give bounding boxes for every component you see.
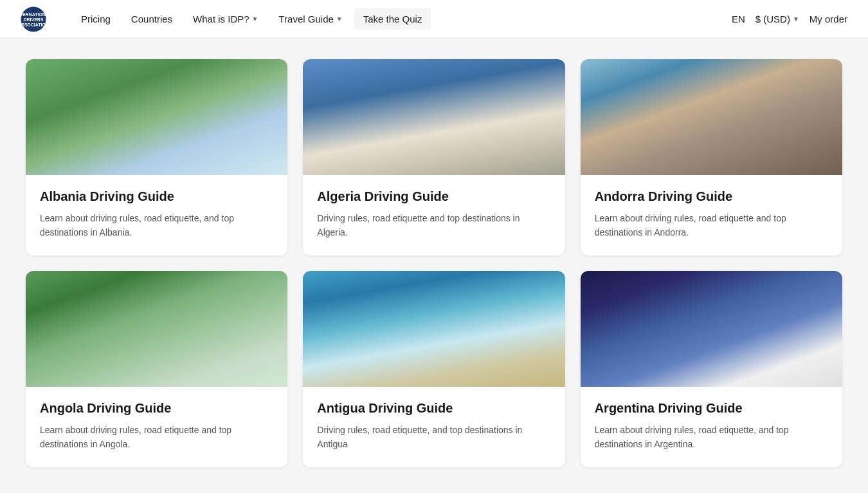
nav-pricing[interactable]: Pricing — [72, 8, 120, 30]
currency-selector[interactable]: $ (USD) ▼ — [755, 14, 799, 24]
card-body-antigua: Antigua Driving Guide Driving rules, roa… — [303, 387, 565, 467]
language-selector[interactable]: EN — [732, 14, 745, 24]
card-image-albania — [26, 59, 287, 175]
card-title-albania: Albania Driving Guide — [40, 188, 273, 205]
logo[interactable]: INTERNATIONAL DRIVERS ASSOCIATION — [21, 6, 46, 32]
card-image-andorra — [581, 59, 842, 175]
nav-right: EN $ (USD) ▼ My order — [732, 14, 847, 24]
svg-text:INTERNATIONAL: INTERNATIONAL — [21, 12, 46, 17]
card-image-antigua — [303, 271, 565, 387]
card-title-argentina: Argentina Driving Guide — [595, 400, 828, 416]
card-title-angola: Angola Driving Guide — [40, 400, 273, 416]
card-body-algeria: Algeria Driving Guide Driving rules, roa… — [303, 175, 565, 256]
nav-travel-guide[interactable]: Travel Guide ▼ — [270, 8, 352, 30]
card-albania[interactable]: Albania Driving Guide Learn about drivin… — [26, 59, 287, 256]
nav-countries[interactable]: Countries — [122, 8, 181, 30]
svg-text:DRIVERS: DRIVERS — [23, 17, 43, 22]
card-image-argentina — [581, 271, 842, 387]
card-antigua[interactable]: Antigua Driving Guide Driving rules, roa… — [303, 271, 565, 467]
card-title-algeria: Algeria Driving Guide — [317, 188, 550, 205]
what-is-idp-chevron-icon: ▼ — [252, 15, 258, 23]
my-order-link[interactable]: My order — [809, 14, 847, 24]
currency-chevron-icon: ▼ — [793, 15, 799, 23]
card-desc-andorra: Learn about driving rules, road etiquett… — [595, 211, 828, 240]
card-algeria[interactable]: Algeria Driving Guide Driving rules, roa… — [303, 59, 565, 256]
card-body-argentina: Argentina Driving Guide Learn about driv… — [581, 387, 842, 467]
card-desc-albania: Learn about driving rules, road etiquett… — [40, 211, 273, 240]
cards-grid: Albania Driving Guide Learn about drivin… — [26, 59, 842, 467]
nav-take-quiz[interactable]: Take the Quiz — [354, 8, 431, 30]
card-body-andorra: Andorra Driving Guide Learn about drivin… — [581, 175, 842, 256]
main-nav: INTERNATIONAL DRIVERS ASSOCIATION Pricin… — [0, 0, 868, 39]
card-body-albania: Albania Driving Guide Learn about drivin… — [26, 175, 287, 256]
card-argentina[interactable]: Argentina Driving Guide Learn about driv… — [581, 271, 842, 467]
card-title-andorra: Andorra Driving Guide — [595, 188, 828, 205]
card-image-angola — [26, 271, 287, 387]
svg-text:ASSOCIATION: ASSOCIATION — [21, 23, 46, 27]
card-title-antigua: Antigua Driving Guide — [317, 400, 550, 416]
card-desc-angola: Learn about driving rules, road etiquett… — [40, 423, 273, 452]
card-desc-algeria: Driving rules, road etiquette and top de… — [317, 211, 550, 240]
card-andorra[interactable]: Andorra Driving Guide Learn about drivin… — [581, 59, 842, 256]
nav-what-is-idp[interactable]: What is IDP? ▼ — [184, 8, 267, 30]
card-desc-argentina: Learn about driving rules, road etiquett… — [595, 423, 828, 452]
travel-guide-chevron-icon: ▼ — [336, 15, 343, 23]
card-image-algeria — [303, 59, 565, 175]
main-content: Albania Driving Guide Learn about drivin… — [0, 39, 868, 488]
nav-links: Pricing Countries What is IDP? ▼ Travel … — [72, 8, 732, 30]
card-angola[interactable]: Angola Driving Guide Learn about driving… — [26, 271, 287, 467]
card-desc-antigua: Driving rules, road etiquette, and top d… — [317, 423, 550, 452]
card-body-angola: Angola Driving Guide Learn about driving… — [26, 387, 287, 467]
